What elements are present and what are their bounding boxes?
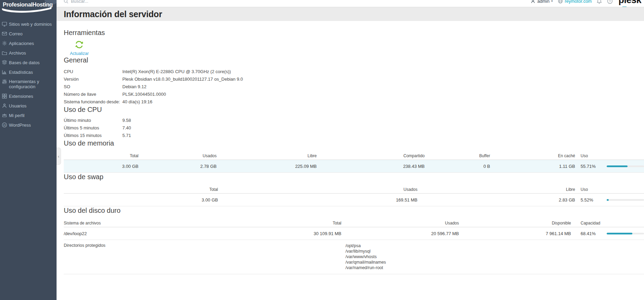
sidebar-item-label: Usuarios [9,103,26,108]
memory-table-row: 3.00 GB 2.78 GB 225.09 MB 238.43 MB 0 B … [64,160,644,173]
protected-path: /var/named/run-root [345,265,386,270]
sidebar-item-label: Correo [9,31,23,36]
disk-usage-heading: Uso del disco duro [64,206,644,215]
profesionalhosting-logo[interactable]: ProfesionalHosting [0,0,57,16]
sidebar-item-mi-perfil[interactable]: Mi perfil [0,111,57,120]
info-row-key-number: Número de llave PLSK.10044501.0000 [64,90,644,98]
person-icon [530,0,536,4]
cpu-usage-heading: Uso de CPU [64,105,644,114]
monitor-icon [2,21,7,27]
crown-icon [2,113,7,118]
search-placeholder: Buscar... [71,0,88,4]
sliders-icon [2,79,7,84]
user-menu[interactable]: admin ▾ [530,0,553,4]
logo-text: ProfesionalHosting [3,1,57,8]
disk-usage-bar [607,233,644,234]
sidebar-collapse-handle[interactable]: ‹ [57,148,61,165]
plesk-logo-text: plesk [618,0,641,5]
bell-icon [596,0,602,4]
sidebar-item-label: Estadísticas [9,70,33,75]
mail-icon [2,31,7,36]
sidebar-item-label: Mi perfil [9,113,25,118]
sidebar: ProfesionalHosting Sitios web y dominios… [0,0,57,300]
general-heading: General [64,56,644,64]
info-row-os: SO Debian 9.12 [64,83,644,90]
sidebar-item-label: Herramientas y configuración [9,79,54,89]
extensions-icon [2,93,7,99]
disk-table-header: Sistema de archivos Total Usados Disponi… [64,217,644,227]
folder-icon [2,50,7,56]
sidebar-item-aplicaciones[interactable]: Aplicaciones [0,38,57,48]
memory-usage-bar [607,165,644,167]
topbar: Buscar... admin ▾ reymotor.com [57,0,644,7]
sidebar-item-extensiones[interactable]: Extensiones [0,91,57,101]
protected-directories-paths: /opt/psa /var/lib/mysql /var/www/vhosts … [345,243,386,270]
sidebar-item-sitios-web[interactable]: Sitios web y dominios [0,19,57,29]
sidebar-item-herramientas-configuracion[interactable]: Herramientas y configuración [0,77,57,91]
domain-link-text[interactable]: reymotor.com [565,0,592,4]
swap-table: Total Usados Libre Uso 3.00 GB 169.51 MB… [64,184,644,206]
protected-path: /var/lib/mysql [345,249,386,254]
chevron-down-icon: ▾ [551,0,553,3]
user-icon [2,103,7,108]
general-info-list: CPU Intel(R) Xeon(R) E-2288G CPU @ 3.70G… [64,68,644,105]
sidebar-item-label: Archivos [9,50,26,56]
info-row-version: Versión Plesk Obsidian v18.0.30_build180… [64,75,644,83]
swap-usage-heading: Uso de swap [64,173,644,181]
question-circle-icon: ? [607,0,613,4]
cpu-row-last-minute: Último minuto 9.58 [64,116,644,124]
tools-heading: Herramientas [64,28,644,37]
cpu-row-last-5-minutes: Últimos 5 minutos 7.40 [64,124,644,131]
database-icon [2,60,7,65]
refresh-icon [74,39,84,50]
protected-path: /opt/psa [345,243,386,249]
sidebar-item-label: Aplicaciones [9,41,34,46]
main-content: Herramientas Actualizar General CPU Inte… [57,21,644,300]
topbar-right: admin ▾ reymotor.com ? [530,0,642,7]
sidebar-nav: Sitios web y dominios Correo Aplicacione… [0,19,57,130]
refresh-button[interactable]: Actualizar [70,39,89,56]
disk-table: Sistema de archivos Total Usados Disponi… [64,217,644,274]
gear-icon [2,41,7,46]
sidebar-item-label: WordPress [9,123,31,128]
sidebar-item-label: Extensiones [9,94,33,99]
protected-directories-label: Directorios protegidos [64,243,345,270]
info-row-cpu: CPU Intel(R) Xeon(R) E-2288G CPU @ 3.70G… [64,68,644,75]
swap-usage-bar [607,199,644,201]
protected-path: /var/www/vhosts [345,254,386,259]
svg-text:?: ? [609,0,611,3]
refresh-label[interactable]: Actualizar [70,51,89,56]
notifications-button[interactable] [596,0,602,4]
sidebar-item-bases-de-datos[interactable]: Bases de datos [0,58,57,67]
memory-usage-heading: Uso de memoria [64,139,644,147]
sidebar-item-estadisticas[interactable]: Estadísticas [0,67,57,77]
swap-table-header: Total Usados Libre Uso [64,184,644,194]
memory-table: Total Usados Libre Compartido Buffer En … [64,150,644,173]
page-title: Información del servidor [64,9,162,19]
wordpress-icon: W [2,122,7,128]
sidebar-item-label: Bases de datos [9,60,40,65]
search-input[interactable]: Buscar... [63,0,88,4]
memory-table-header: Total Usados Libre Compartido Buffer En … [64,150,644,160]
domain-link[interactable]: reymotor.com [558,0,592,4]
sidebar-item-usuarios[interactable]: Usuarios [0,101,57,111]
globe-icon [558,0,563,4]
sidebar-item-label: Sitios web y dominios [9,22,52,27]
sidebar-item-correo[interactable]: Correo [0,29,57,38]
info-row-uptime: Sistema funcionando desde: 40 día(s) 19:… [64,98,644,105]
user-name: admin [537,0,549,4]
help-button[interactable]: ? [607,0,613,4]
plesk-logo[interactable]: plesk [618,0,642,7]
disk-table-row: /dev/loop22 30 109.91 MB 20 596.77 MB 7 … [64,227,644,240]
title-band: Información del servidor [57,7,644,21]
protected-directories-row: Directorios protegidos /opt/psa /var/lib… [64,240,644,274]
svg-text:W: W [3,124,6,127]
cpu-usage-list: Último minuto 9.58 Últimos 5 minutos 7.4… [64,116,644,139]
search-icon [63,0,69,4]
swap-table-row: 3.00 GB 169.51 MB 2.83 GB 5.52% [64,194,644,206]
protected-path: /var/qmail/mailnames [345,259,386,265]
cpu-row-last-15-minutes: Últimos 15 minutos 5.71 [64,131,644,139]
sidebar-item-wordpress[interactable]: W WordPress [0,120,57,130]
sidebar-item-archivos[interactable]: Archivos [0,48,57,58]
bar-chart-icon [2,69,7,75]
